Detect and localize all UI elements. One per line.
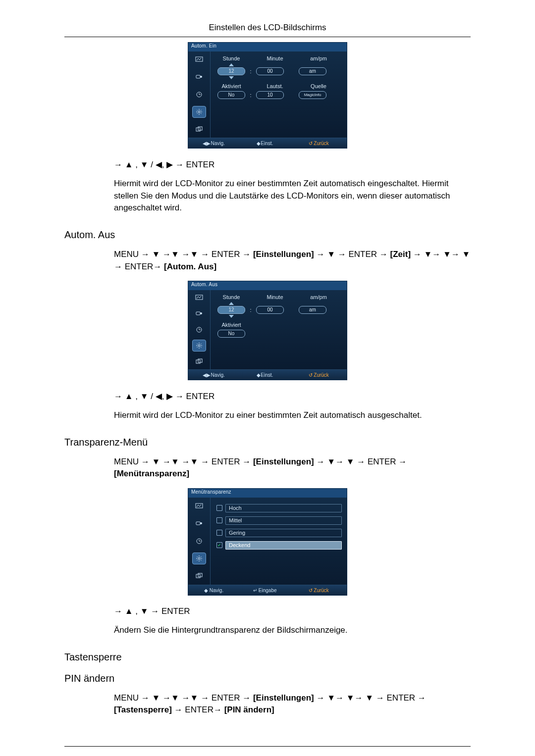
text: [Tastensperre] (114, 705, 172, 714)
menu-path: MENU → ▼ →▼ →▼ → ENTER → [Einstellungen]… (114, 249, 471, 273)
chevron-up-icon[interactable] (229, 63, 234, 66)
label-ampm: am/pm (303, 55, 334, 61)
text: MENU → ▼ →▼ →▼ → ENTER → (114, 457, 253, 466)
settings-icon[interactable] (192, 106, 206, 118)
text: [PIN ändern] (224, 705, 274, 714)
footer-einst: ◆Einst. (239, 372, 290, 378)
footer-navig: ◀▶Navig. (188, 372, 239, 378)
svg-point-16 (200, 522, 202, 524)
text: MENU → ▼ →▼ →▼ → ENTER → (114, 250, 253, 259)
osd-sidebar (188, 498, 211, 585)
text: → ENTER→ (172, 705, 224, 714)
option-label: Mittel (225, 516, 342, 525)
field-ampm[interactable]: am (299, 67, 326, 75)
option-label: Hoch (225, 504, 342, 512)
multi-icon[interactable] (192, 123, 206, 135)
footer-navig: ◆ Navig. (188, 588, 239, 593)
osd-sidebar (188, 51, 211, 138)
option-label: Deckend (225, 541, 342, 550)
heading-autom-aus: Autom. Aus (64, 229, 471, 241)
label-ampm: am/pm (303, 294, 334, 300)
field-stunde[interactable]: 12 (217, 67, 245, 75)
text: [Menütransparenz] (114, 469, 189, 478)
checkbox-icon (216, 505, 222, 511)
text: [Einstellungen] (253, 693, 314, 703)
heading-transparenz: Transparenz-Menü (64, 437, 471, 448)
picture-icon[interactable] (192, 501, 206, 512)
footer-navig: ◀▶Navig. (188, 141, 239, 146)
osd-transparenz: Menütransparenz (188, 488, 347, 596)
text: → ▼→ ▼ → ENTER → (314, 457, 407, 466)
option-deckend[interactable]: ✓ Deckend (215, 540, 342, 551)
nav-instruction: → ▲ , ▼ / ◀, ▶ → ENTER (114, 391, 471, 402)
text: [Einstellungen] (253, 457, 314, 466)
time-icon[interactable] (192, 324, 206, 336)
menu-path: MENU → ▼ →▼ →▼ → ENTER → [Einstellungen]… (114, 692, 471, 716)
time-icon[interactable] (192, 89, 206, 101)
label-quelle: Quelle (303, 83, 334, 89)
field-minute[interactable]: 00 (256, 306, 284, 314)
field-stunde[interactable]: 12 (217, 306, 245, 314)
chevron-down-icon[interactable] (229, 76, 234, 79)
footer-eingabe: ↵ Eingabe (239, 588, 290, 593)
label-minute: Minute (259, 294, 291, 300)
nav-instruction: → ▲ , ▼ / ◀, ▶ → ENTER (114, 159, 471, 170)
option-label: Gering (225, 529, 342, 537)
label-stunde: Stunde (215, 55, 247, 61)
sound-icon[interactable] (192, 71, 206, 83)
svg-point-2 (200, 76, 202, 78)
picture-icon[interactable] (192, 292, 206, 304)
multi-icon[interactable] (192, 355, 206, 367)
heading-pin-aendern: PIN ändern (64, 673, 471, 684)
field-quelle[interactable]: MagicInfo (299, 91, 326, 99)
field-ampm[interactable]: am (299, 306, 326, 314)
sound-icon[interactable] (192, 518, 206, 530)
option-hoch[interactable]: Hoch (215, 503, 342, 513)
osd-title: Autom. Aus (188, 281, 347, 290)
svg-point-11 (198, 345, 200, 347)
paragraph: Ändern Sie die Hintergrundtransparenz de… (114, 624, 471, 637)
page-footer-rule (64, 746, 471, 747)
text: → ▼ → ENTER → (314, 250, 390, 259)
paragraph: Hiermit wird der LCD-Monitor zu einer be… (114, 409, 471, 422)
label-aktiviert: Aktiviert (215, 322, 247, 328)
text: [Einstellungen] (253, 250, 314, 259)
multi-icon[interactable] (192, 570, 206, 582)
checkbox-icon (216, 530, 222, 536)
label-minute: Minute (259, 55, 291, 61)
osd-footer: ◀▶Navig. ◆Einst. ↺ Zurück (188, 369, 347, 380)
label-stunde: Stunde (215, 294, 247, 300)
settings-icon[interactable] (192, 553, 206, 564)
chevron-up-icon[interactable] (229, 302, 234, 305)
svg-rect-15 (196, 522, 200, 525)
field-lautst[interactable]: 10 (256, 91, 284, 99)
field-aktiviert[interactable]: No (217, 330, 245, 338)
osd-title: Menütransparenz (188, 489, 347, 498)
text: [Autom. Aus] (164, 262, 216, 271)
option-gering[interactable]: Gering (215, 527, 342, 538)
option-mittel[interactable]: Mittel (215, 515, 342, 526)
osd-title: Autom. Ein (188, 43, 347, 51)
paragraph: Hiermit wird der LCD-Monitor zu einer be… (114, 178, 471, 214)
footer-zurueck: ↺ Zurück (290, 372, 347, 378)
text: → ▼→ ▼→ ▼ → ENTER → (314, 693, 426, 703)
osd-autom-aus: Autom. Aus (188, 281, 347, 380)
picture-icon[interactable] (192, 54, 206, 66)
field-aktiviert[interactable]: No (217, 91, 245, 99)
menu-path: MENU → ▼ →▼ →▼ → ENTER → [Einstellungen]… (114, 456, 471, 480)
field-minute[interactable]: 00 (256, 67, 284, 75)
settings-icon[interactable] (192, 340, 206, 352)
chevron-down-icon[interactable] (229, 315, 234, 318)
checkbox-checked-icon: ✓ (216, 542, 222, 548)
text: MENU → ▼ →▼ →▼ → ENTER → (114, 693, 253, 703)
time-icon[interactable] (192, 535, 206, 547)
nav-instruction: → ▲ , ▼ → ENTER (114, 606, 471, 616)
footer-zurueck: ↺ Zurück (290, 141, 347, 146)
label-lautst: Lautst. (259, 83, 291, 89)
svg-point-18 (198, 557, 200, 559)
sound-icon[interactable] (192, 308, 206, 320)
osd-autom-ein: Autom. Ein (188, 42, 347, 149)
heading-tastensperre: Tastensperre (64, 652, 471, 663)
label-aktiviert: Aktiviert (215, 83, 247, 89)
osd-sidebar (188, 290, 211, 369)
